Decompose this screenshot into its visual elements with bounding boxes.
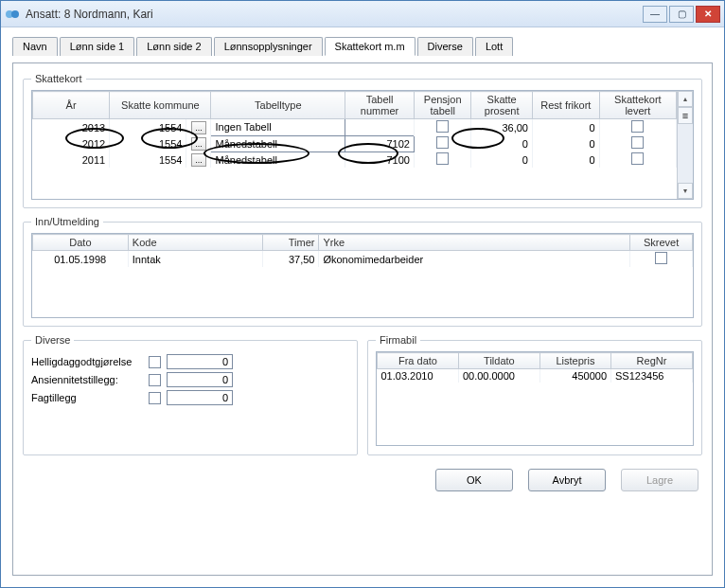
pensjon-checkbox[interactable] bbox=[436, 152, 449, 165]
skattekort-row[interactable]: 2012 1554 ... Månedstabell 7102 0 0 bbox=[33, 135, 677, 151]
group-firmabil-legend: Firmabil bbox=[376, 334, 420, 346]
cell-tabellnummer[interactable] bbox=[345, 119, 415, 136]
innut-row[interactable]: 01.05.1998 Inntak 37,50 Økonomimedarbeid… bbox=[33, 251, 693, 268]
col-til[interactable]: Tildato bbox=[458, 353, 539, 369]
col-listepris[interactable]: Listepris bbox=[539, 353, 610, 369]
maximize-button[interactable]: ▢ bbox=[669, 6, 694, 23]
tab-strip: Navn Lønn side 1 Lønn side 2 Lønnsopplys… bbox=[12, 37, 713, 56]
cell-rest[interactable]: 0 bbox=[532, 151, 599, 168]
col-kommune[interactable]: Skatte kommune bbox=[110, 92, 211, 119]
diverse-label: Fagtillegg bbox=[31, 392, 143, 403]
tab-lonnsopplysninger[interactable]: Lønnsopplysninger bbox=[214, 37, 323, 56]
cell-rest[interactable]: 0 bbox=[532, 135, 599, 151]
cell-listepris[interactable]: 450000 bbox=[539, 369, 610, 383]
ansiennitet-value[interactable] bbox=[167, 372, 233, 387]
col-tabelltype[interactable]: Tabelltype bbox=[211, 92, 345, 119]
minimize-button[interactable]: — bbox=[643, 6, 667, 23]
col-tabellnummer[interactable]: Tabell nummer bbox=[345, 92, 415, 119]
cell-regnr[interactable]: SS123456 bbox=[611, 369, 693, 383]
cell-dato[interactable]: 01.05.1998 bbox=[33, 251, 129, 268]
cell-tabellnummer[interactable]: 7102 bbox=[345, 135, 415, 151]
tab-skattekort[interactable]: Skattekort m.m bbox=[325, 37, 416, 56]
col-yrke[interactable]: Yrke bbox=[319, 235, 630, 251]
ok-button[interactable]: OK bbox=[435, 469, 513, 491]
kommune-lookup-button[interactable]: ... bbox=[191, 121, 206, 134]
close-button[interactable]: ✕ bbox=[696, 6, 720, 23]
cell-tabelltype[interactable]: Ingen Tabell bbox=[211, 119, 345, 136]
save-button[interactable]: Lagre bbox=[621, 469, 698, 491]
dialog-button-row: OK Avbryt Lagre bbox=[23, 463, 702, 491]
cell-fra[interactable]: 01.03.2010 bbox=[378, 369, 459, 383]
levert-checkbox[interactable] bbox=[631, 136, 644, 149]
col-regnr[interactable]: RegNr bbox=[611, 353, 693, 369]
ansiennitet-checkbox[interactable] bbox=[149, 374, 161, 386]
innut-grid[interactable]: Dato Kode Timer Yrke Skrevet 01.05.1998 … bbox=[31, 233, 694, 318]
col-kode[interactable]: Kode bbox=[128, 235, 262, 251]
skattekort-row[interactable]: 2013 1554 ... Ingen Tabell 36,00 0 bbox=[33, 119, 677, 136]
diverse-label: Helligdaggodtgjørelse bbox=[31, 356, 143, 367]
kommune-lookup-button[interactable]: ... bbox=[191, 137, 206, 151]
col-timer[interactable]: Timer bbox=[263, 235, 319, 251]
cancel-button[interactable]: Avbryt bbox=[528, 469, 606, 491]
col-levert[interactable]: Skattekort levert bbox=[599, 92, 676, 119]
cell-rest[interactable]: 0 bbox=[532, 119, 599, 136]
skattekort-row[interactable]: 2011 1554 ... Månedstabell 7100 0 0 bbox=[33, 151, 677, 168]
tab-lonn1[interactable]: Lønn side 1 bbox=[60, 37, 134, 56]
innut-header-row: Dato Kode Timer Yrke Skrevet bbox=[33, 235, 693, 251]
tab-diverse[interactable]: Diverse bbox=[417, 37, 473, 56]
scroll-down-button[interactable]: ▾ bbox=[678, 183, 693, 199]
skattekort-header-row: År Skatte kommune Tabelltype Tabell numm… bbox=[33, 92, 677, 119]
col-skrevet[interactable]: Skrevet bbox=[630, 235, 693, 251]
cell-year[interactable]: 2012 bbox=[33, 135, 110, 151]
group-firmabil: Firmabil Fra dato Tildato Listepris RegN… bbox=[367, 334, 702, 455]
diverse-row: Fagtillegg bbox=[31, 390, 349, 405]
firmabil-grid[interactable]: Fra dato Tildato Listepris RegNr 01.03.2… bbox=[376, 351, 694, 446]
cell-kommune[interactable]: 1554 bbox=[110, 119, 186, 136]
cell-kode[interactable]: Inntak bbox=[128, 251, 262, 268]
cell-prosent[interactable]: 36,00 bbox=[471, 119, 533, 136]
cell-tabelltype[interactable]: Månedstabell bbox=[211, 135, 345, 151]
cell-prosent[interactable]: 0 bbox=[471, 151, 533, 168]
cell-tabellnummer[interactable]: 7100 bbox=[345, 151, 415, 168]
cell-yrke[interactable]: Økonomimedarbeider bbox=[319, 251, 630, 268]
pensjon-checkbox[interactable] bbox=[436, 120, 449, 133]
skrevet-checkbox[interactable] bbox=[655, 252, 667, 264]
scroll-thumb[interactable]: ≡ bbox=[678, 107, 693, 124]
app-icon bbox=[5, 7, 20, 22]
tab-lonn2[interactable]: Lønn side 2 bbox=[136, 37, 211, 56]
col-fra[interactable]: Fra dato bbox=[378, 353, 459, 369]
group-skattekort: Skattekort År Skatte kommune Tabelltype bbox=[23, 73, 702, 208]
col-dato[interactable]: Dato bbox=[33, 235, 129, 251]
firmabil-row[interactable]: 01.03.2010 00.00.0000 450000 SS123456 bbox=[378, 369, 693, 383]
cell-prosent[interactable]: 0 bbox=[471, 135, 533, 151]
pensjon-checkbox[interactable] bbox=[436, 136, 449, 149]
cell-kommune[interactable]: 1554 bbox=[110, 135, 186, 151]
skattekort-scrollbar[interactable]: ▴ ≡ ▾ bbox=[677, 91, 693, 199]
group-innutmelding-legend: Inn/Utmelding bbox=[31, 216, 103, 227]
cell-kommune[interactable]: 1554 bbox=[110, 151, 186, 168]
cell-timer[interactable]: 37,50 bbox=[263, 251, 319, 268]
col-year[interactable]: År bbox=[33, 92, 110, 119]
tab-lott[interactable]: Lott bbox=[475, 37, 513, 56]
scroll-up-button[interactable]: ▴ bbox=[678, 91, 693, 107]
col-pensjon[interactable]: Pensjon tabell bbox=[414, 92, 470, 119]
fagtillegg-value[interactable] bbox=[167, 390, 233, 405]
levert-checkbox[interactable] bbox=[631, 120, 644, 133]
cell-year[interactable]: 2013 bbox=[33, 119, 110, 136]
skattekort-grid[interactable]: År Skatte kommune Tabelltype Tabell numm… bbox=[31, 90, 694, 200]
tab-navn[interactable]: Navn bbox=[12, 37, 58, 56]
col-prosent[interactable]: Skatte prosent bbox=[471, 92, 533, 119]
cell-tabelltype[interactable]: Månedstabell bbox=[211, 151, 345, 168]
window-titlebar: Ansatt: 8 Nordmann, Kari — ▢ ✕ bbox=[1, 1, 724, 27]
cell-til[interactable]: 00.00.0000 bbox=[458, 369, 539, 383]
cell-year[interactable]: 2011 bbox=[33, 151, 110, 168]
helligdag-checkbox[interactable] bbox=[149, 356, 161, 368]
fagtillegg-checkbox[interactable] bbox=[149, 392, 161, 404]
group-diverse: Diverse Helligdaggodtgjørelse Ansiennite… bbox=[23, 334, 358, 455]
firmabil-header-row: Fra dato Tildato Listepris RegNr bbox=[378, 353, 693, 369]
levert-checkbox[interactable] bbox=[631, 152, 644, 165]
group-skattekort-legend: Skattekort bbox=[31, 73, 86, 84]
helligdag-value[interactable] bbox=[167, 354, 233, 369]
col-rest[interactable]: Rest frikort bbox=[532, 92, 599, 119]
kommune-lookup-button[interactable]: ... bbox=[191, 153, 206, 167]
